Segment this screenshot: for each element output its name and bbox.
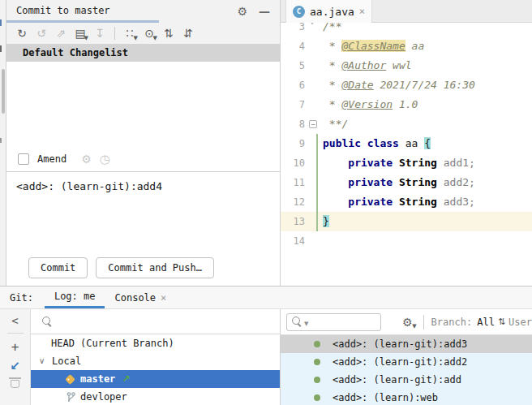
sort-arrows-icon[interactable]: ⇅ (498, 317, 505, 326)
branch-filter-value[interactable]: All (477, 317, 495, 328)
tab-commit-to-master[interactable]: Commit to master (6, 0, 159, 23)
code-text: private String add2; (323, 173, 475, 192)
stripe-mark (0, 138, 2, 143)
code-text: public class aa { (323, 134, 431, 153)
commit-row[interactable]: <add>: (learn-git):add3 (281, 335, 532, 353)
amend-options-gear-icon[interactable]: ⚙ (81, 153, 92, 165)
gear-icon[interactable]: ⚙ (237, 6, 247, 17)
commit-message: <add>: (learn):web (332, 392, 438, 403)
changes-area[interactable] (6, 62, 280, 147)
commit-button[interactable]: Commit (28, 257, 88, 278)
fold-closed-icon[interactable]: − (309, 120, 317, 128)
code-editor[interactable]: 3∨/**4 * @ClassName aa5 * @Author wwl6 *… (281, 23, 532, 286)
code-text: * @Version 1.0 (323, 95, 418, 114)
code-text: * @Date 2021/7/24 16:30 (323, 75, 475, 95)
commit-graph-dot (314, 341, 320, 347)
log-settings-gear-icon[interactable]: ⚙▼ (402, 317, 413, 328)
delete-icon[interactable] (11, 380, 19, 388)
amend-row: Amend ⚙ ◷ (6, 147, 280, 171)
code-line-9[interactable]: 9public class aa { (281, 134, 532, 153)
tree-row-head-current-branch-[interactable]: HEAD (Current Branch) (31, 334, 280, 352)
line-number: 14 (281, 231, 305, 251)
line-number: 13 (281, 212, 305, 231)
minimize-icon[interactable]: — (259, 6, 270, 17)
commit-log-pane: ▼ ⚙▼ Branch: All ⇅ User <add>: (learn-gi… (280, 309, 532, 405)
code-text: private String add3; (323, 192, 475, 212)
shelve-icon: ↧ (91, 25, 109, 41)
code-text: private String add1; (323, 153, 475, 173)
commit-message: <add>: (learn-git):add2 (332, 356, 467, 368)
log-search-input[interactable]: ▼ (286, 313, 381, 331)
amend-checkbox[interactable] (18, 153, 29, 165)
tab-console[interactable]: Console × (105, 287, 176, 308)
commit-graph-dot (314, 377, 320, 383)
code-text: **/ (323, 114, 348, 134)
branch-search-row[interactable] (31, 309, 280, 334)
group-by-icon[interactable]: ∷▼ (121, 25, 139, 41)
collapse-all-icon[interactable]: ⇵ (179, 25, 197, 41)
code-line-6[interactable]: 6 * @Date 2021/7/24 16:30 (281, 75, 532, 95)
commit-and-push-button[interactable]: Commit and Push… (96, 257, 214, 278)
editor-pane: C aa.java × 3∨/**4 * @ClassName aa5 * @A… (280, 0, 532, 286)
commit-message-input[interactable]: <add>: (learn-git):add4 (6, 171, 280, 250)
changelist-header[interactable]: Default Changelist (6, 44, 280, 62)
commit-row[interactable]: <add>: (learn-git):add2 (281, 353, 532, 371)
fold-open-icon[interactable]: ∨ (309, 23, 315, 26)
vcs-added-lines-marker[interactable] (316, 134, 318, 231)
line-number: 12 (281, 192, 305, 212)
code-line-14[interactable]: 14 (281, 231, 532, 251)
editor-tab-aa-java[interactable]: C aa.java × (285, 0, 372, 23)
toolbar-separator (114, 27, 115, 40)
commit-graph-dot (314, 359, 320, 365)
search-icon (42, 317, 53, 327)
ide-window: Commit to master ⚙ — ↻↺⇗▤▼↧∷▼⊙▼⇅⇵ Defaul… (0, 0, 532, 405)
preview-diff-icon[interactable]: ⊙▼ (140, 25, 158, 41)
editor-tab-bar: C aa.java × (281, 0, 532, 23)
changelist-label: Default Changelist (23, 47, 128, 58)
expand-all-icon[interactable]: ⇅ (160, 25, 178, 41)
tree-row-devloper[interactable]: devloper (31, 388, 280, 405)
code-line-10[interactable]: 10 private String add1; (281, 153, 532, 173)
commit-buttons-row: Commit Commit and Push… (6, 250, 280, 286)
checkout-arrow-icon[interactable]: ↙ (10, 360, 20, 373)
code-line-12[interactable]: 12 private String add3; (281, 192, 532, 212)
line-number: 9 (281, 134, 305, 153)
tab-log-me[interactable]: Log: me (45, 287, 105, 308)
line-number: 10 (281, 153, 305, 173)
code-line-5[interactable]: 5 * @Author wwl (281, 56, 532, 75)
code-line-8[interactable]: 8− **/ (281, 114, 532, 134)
hide-branches-icon[interactable]: < (11, 314, 18, 327)
java-class-icon: C (293, 6, 305, 18)
filter-separator (423, 315, 424, 330)
scrollbar-thumb[interactable] (2, 69, 5, 114)
rollback-icon: ↺ (32, 25, 50, 41)
code-line-11[interactable]: 11 private String add2; (281, 173, 532, 192)
jump-to-source-icon: ⇗ (52, 25, 70, 41)
history-clock-icon[interactable]: ◷ (100, 153, 110, 166)
commit-message-history-icon[interactable]: ▤▼ (71, 25, 89, 41)
code-line-7[interactable]: 7 * @Version 1.0 (281, 95, 532, 114)
tree-row-label: devloper (80, 391, 127, 403)
code-line-13[interactable]: 13} (281, 212, 532, 231)
tree-row-local[interactable]: ∨Local (31, 352, 280, 370)
editor-tab-label: aa.java (310, 6, 354, 18)
branch-tag-icon (65, 374, 75, 385)
close-icon[interactable]: × (359, 6, 365, 17)
add-branch-icon[interactable]: + (11, 339, 19, 355)
commit-row[interactable]: <add>: (learn-git):add (281, 371, 532, 389)
git-branch-icon (66, 392, 75, 403)
commit-tool-window: Commit to master ⚙ — ↻↺⇗▤▼↧∷▼⊙▼⇅⇵ Defaul… (6, 0, 280, 286)
refresh-icon[interactable]: ↻ (13, 25, 31, 41)
git-label: Git: (10, 292, 33, 304)
code-line-3[interactable]: 3∨/** (281, 23, 532, 37)
close-icon[interactable]: × (161, 292, 166, 304)
tree-row-label: HEAD (Current Branch) (51, 338, 174, 349)
commit-graph-dot (314, 394, 320, 401)
code-line-4[interactable]: 4 * @ClassName aa (281, 37, 532, 56)
branch-tree: HEAD (Current Branch)∨Localmaster↗devlop… (31, 334, 280, 405)
user-filter-label[interactable]: User (508, 317, 532, 328)
commit-list: <add>: (learn-git):add3<add>: (learn-git… (281, 335, 532, 405)
chevron-down-icon[interactable]: ∨ (39, 357, 45, 365)
tree-row-master[interactable]: master↗ (31, 370, 280, 388)
commit-row[interactable]: <add>: (learn):web (281, 389, 532, 405)
